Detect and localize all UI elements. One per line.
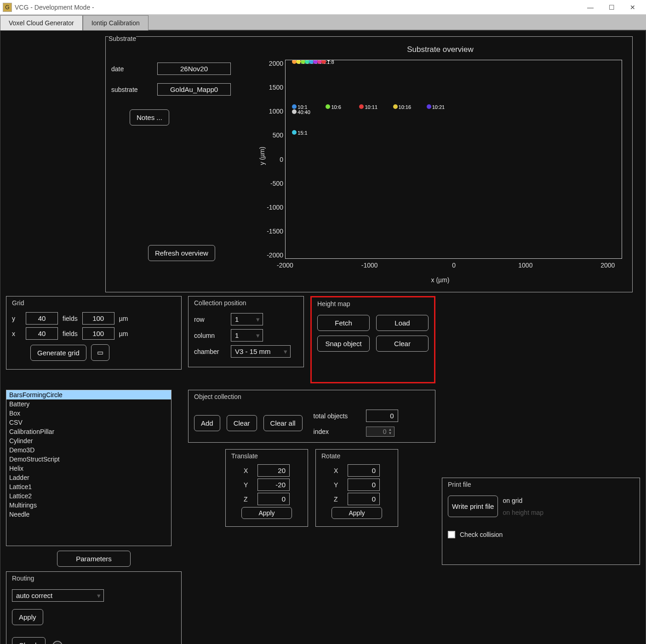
grid-panel: Grid y 40 fields 100 µm x 40 fields 100 … [6, 296, 182, 370]
grid-x-fields[interactable]: 40 [26, 327, 58, 340]
grid-y-um[interactable]: 100 [82, 312, 114, 325]
window-close[interactable]: ✕ [622, 0, 643, 15]
list-item[interactable]: Cylinder [6, 436, 171, 445]
routing-check-led [52, 641, 63, 644]
list-item[interactable]: Helix [6, 464, 171, 473]
check-collision-checkbox[interactable] [448, 531, 455, 538]
collection-position-panel: Collection position row 1 column 1 chamb… [188, 296, 304, 367]
chart-point: 10:6 [326, 104, 341, 110]
list-item[interactable]: Ladder [6, 473, 171, 482]
um-label-1: µm [119, 315, 128, 322]
list-item[interactable]: Lattice2 [6, 491, 171, 501]
routing-check-button[interactable]: Check [12, 637, 46, 644]
substrate-input[interactable]: GoldAu_Mapp0 [157, 83, 231, 96]
chart-point: 1:8 [321, 60, 334, 65]
list-item[interactable]: Lattice1 [6, 482, 171, 491]
write-print-file-button[interactable]: Write print file [448, 496, 498, 517]
substrate-title: Substrate [109, 35, 136, 45]
date-label: date [111, 65, 153, 73]
chamber-select[interactable]: V3 - 15 mm [231, 345, 291, 358]
translate-y[interactable]: -20 [257, 479, 290, 491]
on-grid-label: on grid [503, 497, 543, 504]
chart-point: 15:1 [292, 130, 307, 136]
list-item[interactable]: DemoStructScript [6, 455, 171, 464]
list-item[interactable]: Demo3D [6, 445, 171, 455]
grid-x-um[interactable]: 100 [82, 327, 114, 340]
object-type-listbox[interactable]: BarsFormingCircleBatteryBoxCSVCalibratio… [6, 390, 172, 546]
row-select[interactable]: 1 [231, 313, 263, 325]
list-item[interactable]: CSV [6, 418, 171, 427]
height-map-title: Height map [317, 300, 429, 310]
window-minimize[interactable]: — [580, 0, 601, 15]
routing-panel: Routing auto correct Apply Check Show di… [6, 571, 182, 644]
list-item[interactable]: Needle [6, 510, 171, 519]
rotate-x[interactable]: 0 [348, 464, 380, 477]
chart-xlabel: x (µm) [431, 276, 450, 284]
clear-all-button[interactable]: Clear all [263, 415, 303, 431]
list-item[interactable]: Box [6, 409, 171, 418]
column-label: column [194, 332, 226, 339]
refresh-overview-button[interactable]: Refresh overview [148, 245, 215, 261]
parameters-button[interactable]: Parameters [57, 551, 131, 567]
snap-object-button[interactable]: Snap object [317, 336, 370, 352]
column-select[interactable]: 1 [231, 329, 263, 342]
tabbar: Voxel Cloud Generator Iontip Calibration [0, 15, 646, 30]
rotate-apply-button[interactable]: Apply [332, 507, 382, 519]
list-item[interactable]: BarsFormingCircle [6, 390, 171, 399]
um-label-2: µm [119, 330, 128, 337]
chart-point: 40:40 [292, 109, 310, 115]
chart-point: 10:16 [393, 104, 412, 110]
routing-apply-button[interactable]: Apply [12, 609, 43, 625]
notes-button[interactable]: Notes ... [130, 109, 169, 125]
substrate-label: substrate [111, 86, 153, 93]
total-objects-label: total objects [314, 412, 360, 420]
chart-plot-area[interactable]: 1:11:21:31:41:51:61:71:810:110:610:1110:… [285, 60, 622, 259]
rotate-title: Rotate [321, 452, 392, 462]
print-file-title: Print file [448, 481, 634, 491]
collection-position-title: Collection position [194, 299, 298, 309]
substrate-overview-chart: Substrate overview y (µm) x (µm) 2000150… [254, 45, 627, 286]
grid-y-label: y [12, 315, 21, 322]
chart-point: 10:21 [427, 104, 445, 110]
translate-x[interactable]: 20 [257, 464, 290, 477]
rotate-y[interactable]: 0 [348, 479, 380, 491]
grid-y-fields[interactable]: 40 [26, 312, 58, 325]
list-item[interactable]: CalibrationPillar [6, 427, 171, 436]
fetch-button[interactable]: Fetch [317, 315, 370, 331]
rotate-z[interactable]: 0 [348, 493, 380, 505]
list-item[interactable]: Multirings [6, 501, 171, 510]
translate-apply-button[interactable]: Apply [241, 507, 292, 519]
add-object-button[interactable]: Add [194, 415, 220, 431]
rotate-panel: Rotate X0 Y0 Z0 Apply [315, 449, 398, 527]
translate-panel: Translate X20 Y-20 Z0 Apply [225, 449, 308, 527]
translate-title: Translate [231, 452, 302, 462]
index-stepper[interactable]: 0 ▲▼ [366, 427, 394, 437]
object-collection-panel: Object collection Add Clear Clear all to… [188, 390, 435, 443]
total-objects-value: 0 [366, 410, 398, 422]
fields-label-2: fields [63, 330, 78, 337]
window-title: VCG - Development Mode - [15, 4, 94, 11]
routing-mode-select[interactable]: auto correct [12, 589, 104, 602]
grid-mini-button[interactable]: ▭ [91, 344, 109, 361]
load-button[interactable]: Load [376, 315, 429, 331]
generate-grid-button[interactable]: Generate grid [30, 345, 86, 361]
routing-title: Routing [12, 575, 176, 585]
app-icon: G [3, 3, 12, 12]
object-collection-title: Object collection [194, 393, 429, 403]
translate-z[interactable]: 0 [257, 493, 290, 505]
on-heightmap-label: on height map [503, 509, 543, 516]
window-maximize[interactable]: ☐ [601, 0, 622, 15]
tab-iontip-calibration[interactable]: Iontip Calibration [83, 15, 149, 30]
clear-heightmap-button[interactable]: Clear [376, 336, 429, 352]
chart-point: 10:11 [359, 104, 377, 110]
grid-title: Grid [12, 299, 176, 309]
date-input[interactable]: 26Nov20 [157, 63, 231, 75]
chamber-label: chamber [194, 348, 226, 355]
tab-voxel-cloud-generator[interactable]: Voxel Cloud Generator [0, 15, 83, 30]
grid-x-label: x [12, 330, 21, 337]
list-item[interactable]: Battery [6, 399, 171, 409]
substrate-panel: Substrate date 26Nov20 substrate GoldAu_… [105, 36, 633, 292]
index-label: index [314, 428, 360, 435]
clear-object-button[interactable]: Clear [227, 415, 257, 431]
chart-title: Substrate overview [254, 45, 627, 54]
